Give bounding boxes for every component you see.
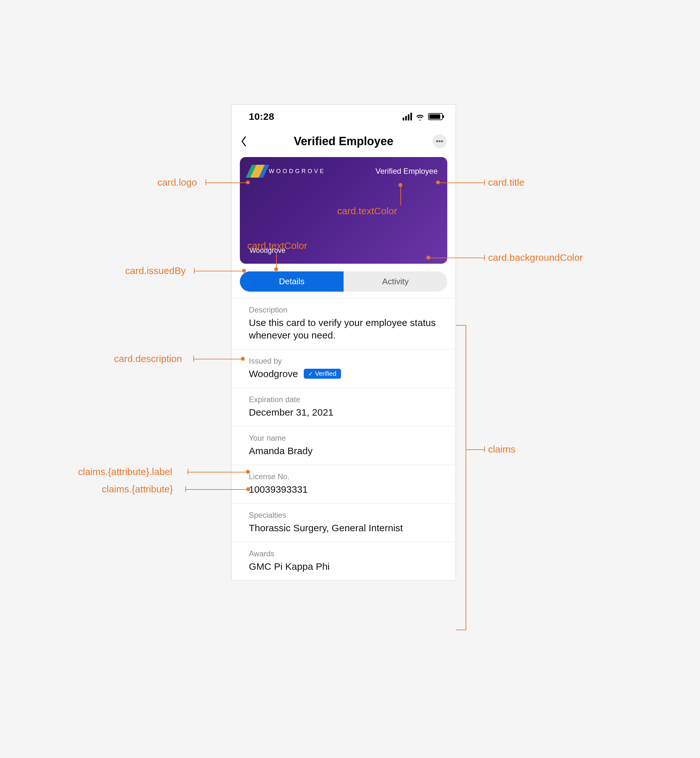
annotation-claim-label: claims.{attribute}.label <box>78 466 172 477</box>
expiration-label: Expiration date <box>249 395 446 404</box>
annotation-text-color-2: card.textColor <box>247 240 307 251</box>
back-button[interactable] <box>241 136 255 147</box>
battery-icon <box>428 113 443 120</box>
description-label: Description <box>249 305 446 314</box>
issued-by-label: Issued by <box>249 356 446 366</box>
license-label: License No. <box>249 472 446 481</box>
row-description: Description Use this card to verify your… <box>231 299 456 349</box>
row-name: Your name Amanda Brady <box>231 427 456 465</box>
cellular-icon <box>403 113 412 120</box>
annotation-bracket-bottom <box>456 630 466 630</box>
specialties-label: Specialties <box>249 511 446 520</box>
annotation-leader <box>188 472 246 472</box>
annotation-background: card.backgroundColor <box>488 252 583 263</box>
annotation-dot <box>398 183 402 187</box>
verified-badge-text: Verified <box>315 370 336 377</box>
annotation-bracket-top <box>456 325 466 326</box>
name-label: Your name <box>249 434 446 442</box>
annotation-leader <box>440 183 485 183</box>
row-issued-by: Issued by Woodgrove ✓ Verified <box>231 349 456 388</box>
chevron-left-icon <box>241 136 248 147</box>
row-license: License No. 10039393331 <box>231 465 456 503</box>
row-awards: Awards GMC Pi Kappa Phi <box>231 542 456 580</box>
check-icon: ✓ <box>308 370 313 377</box>
annotation-dot <box>241 357 245 361</box>
annotation-dot <box>242 269 246 273</box>
annotation-dot <box>274 267 278 271</box>
annotation-leader <box>185 489 246 490</box>
annotation-issued-by: card.issuedBy <box>125 265 186 276</box>
annotation-leader <box>194 271 242 271</box>
annotation-leader <box>193 359 241 359</box>
annotation-dot <box>246 470 250 474</box>
annotation-dot <box>436 181 440 184</box>
annotation-text-color-1: card.textColor <box>337 206 397 216</box>
annotation-dot <box>427 256 430 259</box>
annotation-description: card.description <box>114 353 182 364</box>
wifi-icon <box>415 113 425 120</box>
annotation-dot <box>246 181 250 184</box>
annotation-leader <box>400 186 401 206</box>
woodgrove-logo-icon <box>250 165 266 178</box>
description-value: Use this card to verify your employee st… <box>249 316 446 341</box>
annotation-card-title: card.title <box>488 177 524 188</box>
verified-badge: ✓ Verified <box>304 369 341 379</box>
row-expiration: Expiration date December 31, 2021 <box>231 388 456 427</box>
awards-value: GMC Pi Kappa Phi <box>249 560 446 573</box>
tab-details[interactable]: Details <box>240 271 344 292</box>
status-icons <box>403 113 443 120</box>
annotation-claim-value: claims.{attribute} <box>102 484 173 495</box>
awards-label: Awards <box>249 549 446 558</box>
annotation-leader <box>430 258 485 258</box>
status-bar: 10:28 <box>231 105 456 125</box>
card-title-text: Verified Employee <box>376 167 438 176</box>
annotation-claims: claims <box>488 444 516 455</box>
annotation-bracket <box>466 325 466 630</box>
more-button[interactable]: ••• <box>433 134 447 148</box>
status-time: 10:28 <box>249 111 274 122</box>
annotation-leader <box>206 183 246 183</box>
nav-bar: Verified Employee ••• <box>231 125 456 155</box>
phone-frame: 10:28 Verified Employee <box>231 105 456 581</box>
annotation-dot <box>246 487 250 491</box>
annotation-leader <box>276 253 277 269</box>
details-list: Description Use this card to verify your… <box>231 298 456 580</box>
card-logo: WOODGROVE <box>250 165 326 178</box>
expiration-value: December 31, 2021 <box>249 406 446 419</box>
row-specialties: Specialties Thorassic Surgery, General I… <box>231 503 456 542</box>
page-title: Verified Employee <box>255 134 433 148</box>
annotation-leader <box>466 449 485 450</box>
specialties-value: Thorassic Surgery, General Internist <box>249 522 446 534</box>
name-value: Amanda Brady <box>249 444 446 457</box>
segmented-control: Details Activity <box>240 271 447 292</box>
card-logo-text: WOODGROVE <box>269 168 326 175</box>
issued-by-value: Woodgrove <box>249 367 298 380</box>
ellipsis-icon: ••• <box>436 137 443 145</box>
annotation-card-logo: card.logo <box>157 177 197 188</box>
tab-activity[interactable]: Activity <box>344 271 447 292</box>
license-value: 10039393331 <box>249 483 446 495</box>
